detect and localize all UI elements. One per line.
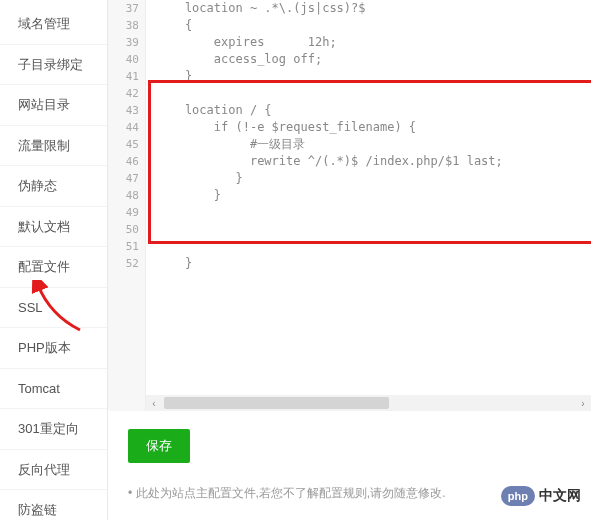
scroll-left-icon[interactable]: ‹ xyxy=(146,395,162,411)
sidebar-item-tomcat[interactable]: Tomcat xyxy=(0,369,107,410)
save-button[interactable]: 保存 xyxy=(128,429,190,463)
main-panel: 37 38 39 40 41 42 43 44 45 46 47 48 49 5… xyxy=(108,0,591,520)
scroll-track[interactable] xyxy=(164,397,573,409)
sidebar: 域名管理 子目录绑定 网站目录 流量限制 伪静态 默认文档 配置文件 SSL P… xyxy=(0,0,108,520)
sidebar-item-rewrite[interactable]: 伪静态 xyxy=(0,166,107,207)
sidebar-item-301[interactable]: 301重定向 xyxy=(0,409,107,450)
horizontal-scrollbar[interactable]: ‹ › xyxy=(146,395,591,411)
watermark-text: 中文网 xyxy=(539,487,581,505)
sidebar-item-default-doc[interactable]: 默认文档 xyxy=(0,207,107,248)
sidebar-item-subdir[interactable]: 子目录绑定 xyxy=(0,45,107,86)
code-editor[interactable]: 37 38 39 40 41 42 43 44 45 46 47 48 49 5… xyxy=(108,0,591,411)
sidebar-item-domain[interactable]: 域名管理 xyxy=(0,4,107,45)
scroll-right-icon[interactable]: › xyxy=(575,395,591,411)
sidebar-item-hotlink[interactable]: 防盗链 xyxy=(0,490,107,520)
scroll-thumb[interactable] xyxy=(164,397,389,409)
sidebar-item-ssl[interactable]: SSL xyxy=(0,288,107,329)
watermark: php 中文网 xyxy=(501,486,581,506)
sidebar-item-php-ver[interactable]: PHP版本 xyxy=(0,328,107,369)
php-badge-icon: php xyxy=(501,486,535,506)
line-number-gutter: 37 38 39 40 41 42 43 44 45 46 47 48 49 5… xyxy=(108,0,146,411)
sidebar-item-webdir[interactable]: 网站目录 xyxy=(0,85,107,126)
sidebar-item-proxy[interactable]: 反向代理 xyxy=(0,450,107,491)
sidebar-item-config[interactable]: 配置文件 xyxy=(0,247,107,288)
code-content[interactable]: location ~ .*\.(js|css)?$ { expires 12h;… xyxy=(146,0,591,395)
sidebar-item-traffic[interactable]: 流量限制 xyxy=(0,126,107,167)
